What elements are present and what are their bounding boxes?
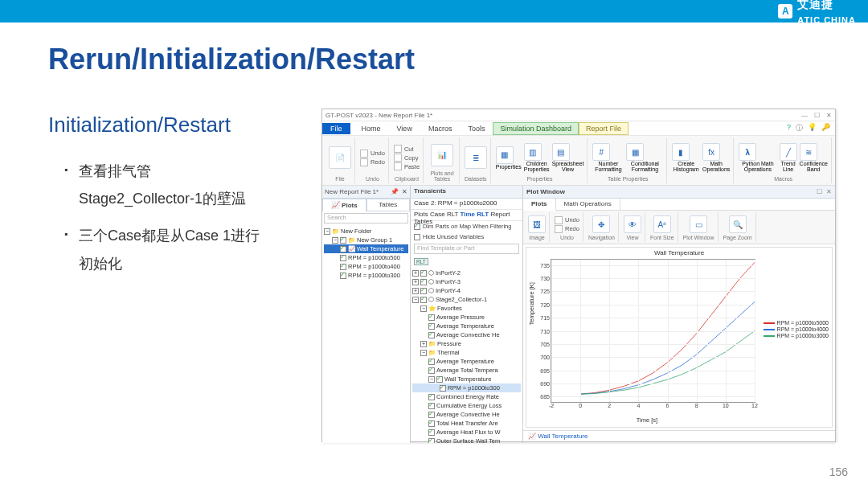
tree-pressure[interactable]: +📁 Pressure: [412, 339, 521, 348]
navigation-icon[interactable]: ✥: [592, 215, 610, 233]
trend-line-icon[interactable]: ╱: [780, 143, 797, 161]
page-zoom-icon[interactable]: 🔍: [729, 215, 747, 233]
case-line: Case 2: RPM = p1000to2000: [411, 199, 522, 210]
properties-icon[interactable]: ▦: [496, 146, 514, 164]
maximize-icon[interactable]: ☐: [814, 112, 820, 119]
plot-window-icon[interactable]: ▭: [690, 215, 707, 233]
view-icon[interactable]: 👁: [624, 215, 641, 233]
tree-total-heat[interactable]: Total Heat Transfer Are: [412, 419, 521, 428]
menu-home[interactable]: Home: [354, 123, 389, 134]
file-icon[interactable]: 📄: [329, 146, 351, 169]
tab-tables[interactable]: Tables: [366, 199, 411, 211]
tree-avg-total-temp[interactable]: Average Total Tempera: [412, 366, 521, 375]
tree-avg-conv-he[interactable]: Average Convective He: [412, 330, 521, 339]
tree-inporty3[interactable]: +⬡ InPortY-3: [412, 277, 521, 286]
tree-cum-energy[interactable]: Cumulative Energy Loss: [412, 401, 521, 410]
plot-close-icon[interactable]: ✕: [826, 188, 832, 195]
plot-window-panel: Plot Window☐✕ Plots Math Operations 🖼Ima…: [523, 186, 835, 443]
chart-xlabel: Time [s]: [526, 416, 832, 424]
tab-report-file[interactable]: Report File: [579, 122, 628, 135]
cut-icon: [394, 145, 402, 153]
menu-view[interactable]: View: [389, 123, 420, 134]
datasets-icon[interactable]: ≣: [465, 146, 487, 169]
gtpost-app-window: GT-POST v2023 - New Report File 1* — ☐ ✕…: [321, 109, 836, 442]
file-menu-button[interactable]: File: [322, 123, 350, 134]
tree-avg-temp[interactable]: Average Temperature: [412, 322, 521, 330]
rlt-tag: RLT: [414, 258, 428, 265]
tab-plots[interactable]: 📈 Plots: [322, 199, 366, 211]
chart-ylabel: Temperature [K]: [528, 282, 535, 325]
brand-en: ATIC CHINA: [797, 15, 856, 25]
histogram-icon[interactable]: ▮: [672, 143, 690, 161]
tree-new-folder[interactable]: −📁 New Folder: [324, 227, 408, 236]
tree-avg-heat-flux[interactable]: Average Heat Flux to W: [412, 428, 521, 437]
slide-title: Rerun/Initialization/Restart: [0, 23, 868, 76]
confidence-band-icon[interactable]: ≋: [800, 143, 817, 161]
tree-inporty4[interactable]: +⬡ InPortY-4: [412, 286, 521, 295]
plot-maximize-icon[interactable]: ☐: [817, 188, 822, 195]
tree-rpm-3[interactable]: RPM = p1000to300: [324, 271, 408, 280]
tab-simulation-dashboard[interactable]: Simulation Dashboard: [493, 122, 579, 135]
cond-format-icon[interactable]: ▦: [626, 143, 644, 161]
chart-legend: RPM = p1000to5000RPM = p1000to4000RPM = …: [764, 319, 829, 339]
font-size-icon[interactable]: Aᵃ: [653, 215, 671, 233]
bulb-icon[interactable]: 💡: [808, 123, 817, 133]
tree-favorites[interactable]: −⭐ Favorites: [412, 304, 521, 313]
cut-button[interactable]: Cut: [394, 145, 420, 153]
image-icon[interactable]: 🖼: [528, 215, 546, 233]
number-format-icon[interactable]: #: [592, 143, 610, 161]
redo-button[interactable]: Redo: [360, 158, 385, 166]
tree-wall-temp-var[interactable]: −Wall Temperature: [412, 375, 521, 383]
dim-parts-checkbox[interactable]: Dim Parts on Map When Filtering: [411, 221, 522, 232]
python-icon[interactable]: λ: [739, 143, 756, 161]
key-icon[interactable]: 🔑: [821, 123, 830, 133]
plot-redo-button[interactable]: Redo: [555, 225, 579, 233]
tree-avg-pressure[interactable]: Average Pressure: [412, 313, 521, 322]
children-props-icon[interactable]: ▥: [524, 143, 542, 161]
close-panel-icon[interactable]: ✕: [402, 188, 407, 195]
help-icon[interactable]: ?: [787, 123, 791, 133]
find-template-input[interactable]: Find Template or Part: [414, 244, 519, 254]
tree-rpm-1[interactable]: RPM = p1000to500: [324, 253, 408, 262]
chart-plot-area[interactable]: 685690695700705710715720725730735-202468…: [551, 259, 755, 403]
tree-rpm-2[interactable]: RPM = p1000to400: [324, 262, 408, 271]
menu-macros[interactable]: Macros: [420, 123, 461, 134]
tree-thermal[interactable]: −📁 Thermal: [412, 348, 521, 357]
copy-button[interactable]: Copy: [394, 154, 420, 162]
plots-tables-icon[interactable]: 📊: [431, 144, 453, 166]
tree-outer-surface[interactable]: Outer Surface Wall Tem: [412, 437, 521, 443]
plot-bottom-tab[interactable]: 📈 Wall Temperature: [523, 430, 835, 443]
transients-panel: Transients Case 2: RPM = p1000to2000 Plo…: [411, 186, 523, 443]
chart: Wall Temperature Temperature [K] Time [s…: [526, 247, 833, 428]
tree-avg-temp2[interactable]: Average Temperature: [412, 357, 521, 366]
pin-icon[interactable]: 📌: [391, 188, 399, 195]
info-icon[interactable]: ⓘ: [796, 123, 803, 133]
redo-icon: [555, 225, 563, 233]
plot-window-title: Plot Window: [526, 188, 565, 195]
close-icon[interactable]: ✕: [826, 112, 832, 119]
tree-inporty2[interactable]: +⬡ InPortY-2: [412, 269, 521, 277]
hide-unused-checkbox[interactable]: Hide Unused Variables: [411, 232, 522, 242]
tree-stage2[interactable]: −⬡ Stage2_Collector-1: [412, 295, 521, 304]
copy-icon: [394, 154, 402, 162]
tree-rpm-selected[interactable]: RPM = p1000to300: [412, 383, 521, 392]
paste-button[interactable]: Paste: [394, 162, 420, 170]
minimize-icon[interactable]: —: [801, 112, 808, 119]
plot-tab-math[interactable]: Math Operations: [556, 199, 620, 210]
plot-ribbon: 🖼Image UndoRedoUndo ✥Navigation 👁View Aᵃ…: [523, 211, 835, 244]
search-input[interactable]: Search: [324, 213, 408, 223]
math-ops-icon[interactable]: fx: [702, 143, 720, 161]
tree-combined-energy[interactable]: Combined Energy Rate: [412, 392, 521, 401]
tree-new-group[interactable]: −📁 New Group 1: [324, 236, 408, 244]
tree-avg-conv-he2[interactable]: Average Convective He: [412, 410, 521, 419]
undo-icon: [555, 216, 563, 224]
plot-tab-plots[interactable]: Plots: [523, 199, 556, 211]
plot-undo-button[interactable]: Undo: [555, 216, 579, 224]
undo-button[interactable]: Undo: [360, 150, 385, 158]
spreadsheet-icon[interactable]: ▤: [552, 143, 570, 161]
mid-tabs[interactable]: Plots Case RLT Time RLT Report Tables: [411, 210, 522, 221]
app-title: GT-POST v2023 - New Report File 1*: [326, 112, 432, 119]
menubar: File Home View Macros Tools Simulation D…: [322, 121, 835, 136]
tree-wall-temperature[interactable]: 📈 Wall Temperature: [324, 244, 408, 253]
menu-tools[interactable]: Tools: [460, 123, 493, 134]
